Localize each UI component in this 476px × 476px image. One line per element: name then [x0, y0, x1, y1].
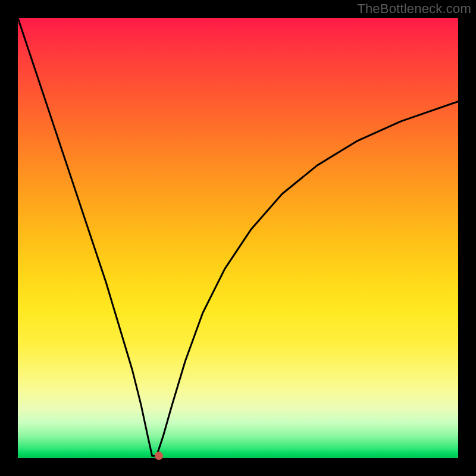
watermark-text: TheBottleneck.com	[357, 1, 471, 17]
optimal-point-marker	[155, 452, 163, 460]
plot-area	[18, 18, 458, 458]
bottleneck-curve	[18, 18, 458, 458]
chart-frame: TheBottleneck.com	[0, 0, 476, 476]
